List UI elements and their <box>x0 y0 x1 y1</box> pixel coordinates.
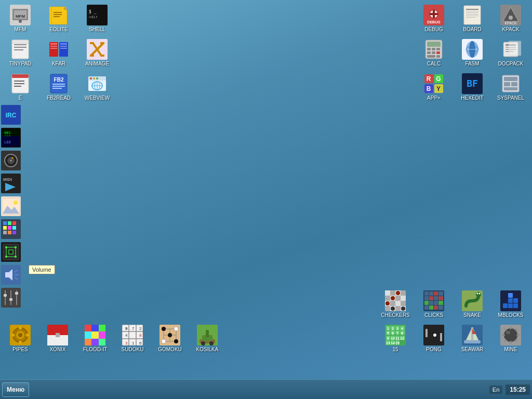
svg-rect-232 <box>424 296 429 300</box>
svg-rect-35 <box>100 42 104 44</box>
icon-pipes[interactable]: PIPES <box>3 323 38 355</box>
svg-rect-122 <box>1 174 21 193</box>
svg-text:DEBUG: DEBUG <box>427 20 441 24</box>
svg-rect-76 <box>432 48 435 50</box>
sidebar-circuit[interactable] <box>0 241 22 263</box>
language-indicator[interactable]: En <box>489 385 502 394</box>
icon-mfm[interactable]: MFM MFM <box>3 3 38 35</box>
svg-rect-233 <box>429 296 433 300</box>
icon-mine[interactable]: MINE <box>493 323 528 355</box>
snake-icon <box>462 290 483 311</box>
icon-board[interactable]: BOARD <box>455 3 490 35</box>
icon-docpack[interactable]: DOCPACK <box>493 37 528 69</box>
svg-rect-19 <box>14 49 23 50</box>
icon-sudoku[interactable]: 9 7 2 4 8 3 1 6 SUDOKU <box>115 323 150 355</box>
icon-animage[interactable]: ANIMAGE <box>79 37 115 69</box>
svg-rect-74 <box>427 42 441 47</box>
svg-rect-228 <box>424 291 429 296</box>
animage-label: ANIMAGE <box>85 61 109 67</box>
icon-e[interactable]: E <box>3 71 38 103</box>
icon-calc[interactable]: CALC <box>416 37 451 69</box>
start-button[interactable]: Меню <box>2 382 29 397</box>
svg-rect-237 <box>429 301 433 305</box>
icon-fasm[interactable]: FASM <box>455 37 490 69</box>
icon-kosilka[interactable]: KOSILKA <box>190 323 225 355</box>
checkers-label: CHECKERS <box>381 312 410 318</box>
icon-15[interactable]: 1 2 3 4 5 6 7 8 9 <box>378 323 413 355</box>
svg-point-225 <box>401 307 405 311</box>
icon-eolite[interactable]: EOLITE <box>41 3 76 35</box>
svg-rect-241 <box>429 305 433 310</box>
fb2read-icon: FB2 <box>48 73 69 94</box>
icon-clicks[interactable]: CLICKS <box>416 288 451 321</box>
board-icon <box>462 5 483 25</box>
svg-rect-238 <box>434 301 438 305</box>
svg-rect-136 <box>3 231 7 234</box>
sidebar-pixels[interactable] <box>0 218 22 240</box>
icon-mblocks[interactable]: MBLOCKS <box>493 288 528 321</box>
svg-rect-107 <box>511 82 517 86</box>
seawar-icon <box>462 325 483 345</box>
icon-checkers[interactable]: CHECKERS <box>378 288 413 321</box>
sidebar-image[interactable] <box>0 195 22 217</box>
icon-hexedit[interactable]: BF HEXEDIT <box>455 71 490 103</box>
svg-rect-179 <box>85 339 91 345</box>
icon-tinypad[interactable]: TINYPAD <box>3 37 38 69</box>
icon-kfar[interactable]: KFAR <box>41 37 76 69</box>
svg-text:11: 11 <box>395 337 400 340</box>
sidebar-midi[interactable]: MIDI <box>0 172 22 194</box>
icon-xonix[interactable]: XONIX <box>40 323 75 355</box>
fasm-icon <box>462 39 483 60</box>
svg-rect-38 <box>14 81 24 82</box>
icon-pong[interactable]: PONG <box>416 323 451 355</box>
svg-rect-67 <box>466 16 478 16</box>
icon-floodit[interactable]: FLOOD-IT <box>77 323 113 355</box>
icon-debug[interactable]: DEBUG DEBUG <box>416 3 451 35</box>
docpack-label: DOCPACK <box>498 61 524 67</box>
svg-rect-134 <box>8 226 11 230</box>
sidebar-irc[interactable]: IRC <box>0 104 22 126</box>
svg-rect-137 <box>8 231 11 234</box>
icon-snake[interactable]: SNAKE <box>455 288 490 321</box>
svg-rect-82 <box>436 55 440 58</box>
icon-fb2read[interactable]: FB2 FB2READ <box>41 71 76 103</box>
icon-shell[interactable]: _ $ _ >dir SHELL <box>79 3 115 35</box>
svg-rect-40 <box>14 86 21 87</box>
svg-rect-37 <box>12 74 29 78</box>
svg-rect-108 <box>504 87 517 90</box>
sidebar-ledit[interactable]: 001 002 LED <box>0 127 22 149</box>
svg-rect-75 <box>427 48 431 50</box>
icon-gomoku[interactable]: GOMOKU <box>152 323 188 355</box>
svg-rect-239 <box>438 301 443 305</box>
svg-rect-214 <box>385 290 390 296</box>
svg-rect-77 <box>436 48 440 50</box>
svg-rect-234 <box>434 296 438 300</box>
svg-text:9: 9 <box>387 337 389 340</box>
icon-webview[interactable]: WEBVIEW <box>79 71 115 103</box>
svg-text:001: 001 <box>4 131 11 135</box>
svg-rect-176 <box>85 331 91 339</box>
svg-point-121 <box>12 157 14 159</box>
svg-rect-174 <box>91 325 99 331</box>
taskbar-right: En 15:25 <box>489 384 530 395</box>
fb2read-label: FB2READ <box>47 95 71 101</box>
svg-rect-81 <box>427 55 435 58</box>
eolite-icon <box>48 5 69 25</box>
kosilka-label: KOSILKA <box>196 347 219 353</box>
syspanel-label: SYSPANEL <box>497 95 524 101</box>
sidebar-volume[interactable] <box>0 264 22 286</box>
svg-rect-288 <box>440 333 442 341</box>
sidebar-audio[interactable] <box>0 150 22 171</box>
svg-rect-26 <box>60 46 67 47</box>
svg-text:2: 2 <box>139 326 142 331</box>
icon-appplus[interactable]: R G B Y APP+ <box>416 71 451 103</box>
svg-rect-20 <box>12 40 29 43</box>
xonix-label: XONIX <box>49 347 65 353</box>
svg-rect-250 <box>508 298 513 303</box>
sidebar-mixer[interactable] <box>0 287 22 309</box>
icon-syspanel[interactable]: SYSPANEL <box>493 71 528 103</box>
svg-point-224 <box>391 296 395 300</box>
icon-kpack[interactable]: KPACK KPACK <box>493 3 528 35</box>
svg-point-128 <box>14 201 18 205</box>
icon-seawar[interactable]: SEAWAR <box>455 323 490 355</box>
